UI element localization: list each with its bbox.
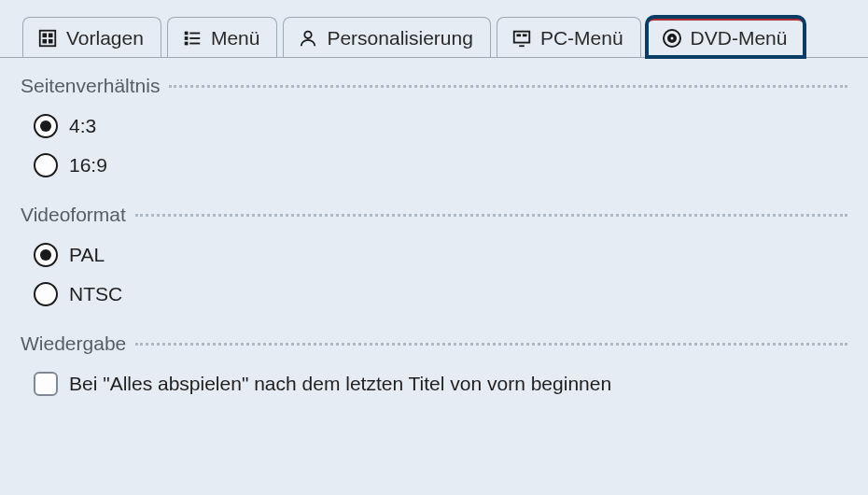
aspect-options: 4:3 16:9 xyxy=(21,114,847,177)
disc-icon xyxy=(661,27,683,50)
svg-rect-8 xyxy=(189,37,200,39)
tab-label: Personalisierung xyxy=(327,27,472,50)
tab-label: Menü xyxy=(211,27,260,50)
section-title: Videoformat xyxy=(21,204,126,226)
aspect-ratio-section: Seitenverhältnis 4:3 16:9 xyxy=(21,75,847,177)
section-header: Videoformat xyxy=(21,204,847,226)
templates-icon xyxy=(36,27,59,50)
svg-rect-2 xyxy=(49,34,53,38)
option-label: PAL xyxy=(69,244,105,266)
section-title: Seitenverhältnis xyxy=(21,75,160,97)
videoformat-option-ntsc[interactable]: NTSC xyxy=(34,282,847,306)
tab-label: DVD-Menü xyxy=(691,27,788,50)
divider-dots xyxy=(135,343,847,346)
monitor-icon xyxy=(511,27,533,50)
tab-pc-menu[interactable]: PC-Menü xyxy=(497,17,641,57)
tab-label: Vorlagen xyxy=(66,27,144,50)
person-icon xyxy=(297,27,319,50)
svg-rect-3 xyxy=(43,39,48,44)
videoformat-options: PAL NTSC xyxy=(21,243,847,306)
svg-point-18 xyxy=(670,37,673,40)
svg-rect-4 xyxy=(49,39,53,44)
videoformat-option-pal[interactable]: PAL xyxy=(34,243,847,267)
divider-dots xyxy=(169,85,847,88)
option-label: Bei "Alles abspielen" nach dem letzten T… xyxy=(69,373,611,395)
radio-icon xyxy=(34,282,58,306)
svg-rect-10 xyxy=(189,43,200,45)
aspect-option-16-9[interactable]: 16:9 xyxy=(34,153,847,177)
svg-rect-6 xyxy=(189,33,200,35)
tab-bar: Vorlagen Menü Personalisierung xyxy=(0,0,868,58)
svg-rect-5 xyxy=(185,32,189,35)
option-label: NTSC xyxy=(69,283,122,305)
svg-rect-7 xyxy=(185,36,189,40)
checkbox-icon xyxy=(34,372,58,396)
playback-options: Bei "Alles abspielen" nach dem letzten T… xyxy=(21,372,847,396)
tab-label: PC-Menü xyxy=(540,27,623,50)
radio-icon xyxy=(34,114,58,138)
tab-vorlagen[interactable]: Vorlagen xyxy=(22,17,161,57)
tab-personalisierung[interactable]: Personalisierung xyxy=(283,17,490,57)
divider-dots xyxy=(135,214,847,217)
option-label: 4:3 xyxy=(69,115,96,137)
menu-list-icon xyxy=(181,27,203,50)
tab-dvd-menu[interactable]: DVD-Menü xyxy=(647,17,805,57)
videoformat-section: Videoformat PAL NTSC xyxy=(21,204,847,306)
playback-section: Wiedergabe Bei "Alles abspielen" nach de… xyxy=(21,332,847,396)
svg-rect-12 xyxy=(514,32,530,43)
section-title: Wiedergabe xyxy=(21,332,126,355)
playback-loop-checkbox[interactable]: Bei "Alles abspielen" nach dem letzten T… xyxy=(34,372,847,396)
section-header: Seitenverhältnis xyxy=(21,75,847,97)
svg-rect-9 xyxy=(185,42,189,46)
svg-point-11 xyxy=(305,32,312,38)
tab-menu[interactable]: Menü xyxy=(167,17,278,57)
section-header: Wiedergabe xyxy=(21,332,847,355)
radio-icon xyxy=(34,243,58,267)
radio-icon xyxy=(34,153,58,177)
content-panel: Seitenverhältnis 4:3 16:9 Videoformat PA… xyxy=(0,58,868,439)
svg-rect-0 xyxy=(40,31,56,47)
svg-rect-14 xyxy=(523,34,527,36)
svg-rect-13 xyxy=(516,34,521,36)
svg-rect-1 xyxy=(43,34,48,38)
option-label: 16:9 xyxy=(69,154,107,177)
aspect-option-4-3[interactable]: 4:3 xyxy=(34,114,847,138)
